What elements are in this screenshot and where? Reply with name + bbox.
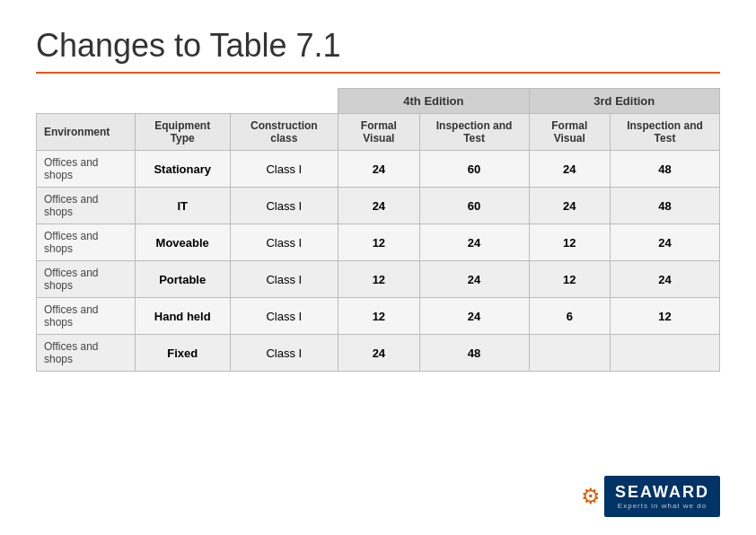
table-cell: Stationary xyxy=(135,151,230,188)
table-cell: Offices and shops xyxy=(37,151,136,188)
table-cell: 12 xyxy=(529,224,610,261)
table-cell: 24 xyxy=(419,298,529,335)
table-cell: 24 xyxy=(338,151,419,188)
table-row: Offices and shopsPortableClass I12241224 xyxy=(37,261,720,298)
table-cell: 60 xyxy=(419,151,529,188)
table-cell: Portable xyxy=(135,261,230,298)
logo-box: SEAWARD Experts in what we do xyxy=(604,476,720,517)
header-formal-visual-3rd: Formal Visual xyxy=(529,114,610,151)
title-section: Changes to Table 7.1 xyxy=(36,27,720,74)
table-cell: IT xyxy=(135,188,230,224)
header-equipment-type: Equipment Type xyxy=(135,114,230,151)
table-row: Offices and shopsMoveableClass I12241224 xyxy=(37,224,720,261)
logo-tagline: Experts in what we do xyxy=(618,502,707,510)
table-cell: 48 xyxy=(419,335,529,372)
table-cell xyxy=(610,335,719,372)
table-cell: 12 xyxy=(610,298,719,335)
header-4th-edition: 4th Edition xyxy=(338,89,529,114)
table-cell: 24 xyxy=(338,335,419,372)
page-title: Changes to Table 7.1 xyxy=(36,27,720,65)
table-cell: Class I xyxy=(230,188,338,224)
header-row-editions: 4th Edition 3rd Edition xyxy=(37,89,720,114)
table-cell: Offices and shops xyxy=(37,298,136,335)
table-cell: 24 xyxy=(610,224,719,261)
table-row: Offices and shopsStationaryClass I246024… xyxy=(37,151,720,188)
header-row-sub: Environment Equipment Type Construction … xyxy=(37,114,720,151)
table-cell: 48 xyxy=(610,151,719,188)
table-cell: 12 xyxy=(338,224,419,261)
table-cell: 24 xyxy=(610,261,719,298)
header-3rd-edition: 3rd Edition xyxy=(529,89,719,114)
table-cell: Offices and shops xyxy=(37,335,136,372)
table-cell: Offices and shops xyxy=(37,224,136,261)
title-underline xyxy=(36,72,720,74)
header-formal-visual-4th: Formal Visual xyxy=(338,114,419,151)
table-cell: 48 xyxy=(610,188,719,224)
logo-area: ⚙ SEAWARD Experts in what we do xyxy=(581,476,720,517)
table-cell: Class I xyxy=(230,151,338,188)
table-row: Offices and shopsFixedClass I2448 xyxy=(37,335,720,372)
empty-header-1 xyxy=(37,89,338,114)
gear-icon: ⚙ xyxy=(581,484,601,509)
table-cell: Moveable xyxy=(135,224,230,261)
table-cell: Class I xyxy=(230,261,338,298)
table-cell: 24 xyxy=(529,151,610,188)
table-cell: Offices and shops xyxy=(37,188,136,224)
table-cell: 12 xyxy=(338,261,419,298)
logo-brand: SEAWARD xyxy=(615,483,709,502)
table-body: Offices and shopsStationaryClass I246024… xyxy=(37,151,720,372)
table-row: Offices and shopsITClass I24602448 xyxy=(37,188,720,224)
table-cell: 24 xyxy=(529,188,610,224)
slide: Changes to Table 7.1 4th Edition 3rd Edi… xyxy=(0,0,756,535)
header-construction-class: Construction class xyxy=(230,114,338,151)
table-wrapper: 4th Edition 3rd Edition Environment Equi… xyxy=(36,88,720,372)
header-inspection-test-4th: Inspection and Test xyxy=(419,114,529,151)
table-cell: 12 xyxy=(529,261,610,298)
table-cell: Class I xyxy=(230,298,338,335)
table-cell: 6 xyxy=(529,298,610,335)
table-cell: Hand held xyxy=(135,298,230,335)
table-cell: Class I xyxy=(230,224,338,261)
table-cell: Offices and shops xyxy=(37,261,136,298)
header-inspection-test-3rd: Inspection and Test xyxy=(610,114,719,151)
table-cell: 24 xyxy=(419,224,529,261)
table-cell: 60 xyxy=(419,188,529,224)
table-row: Offices and shopsHand heldClass I1224612 xyxy=(37,298,720,335)
table-cell: 24 xyxy=(419,261,529,298)
table-cell xyxy=(529,335,610,372)
main-table: 4th Edition 3rd Edition Environment Equi… xyxy=(36,88,720,372)
table-cell: Class I xyxy=(230,335,338,372)
table-cell: 12 xyxy=(338,298,419,335)
table-cell: Fixed xyxy=(135,335,230,372)
table-cell: 24 xyxy=(338,188,419,224)
header-environment: Environment xyxy=(37,114,136,151)
